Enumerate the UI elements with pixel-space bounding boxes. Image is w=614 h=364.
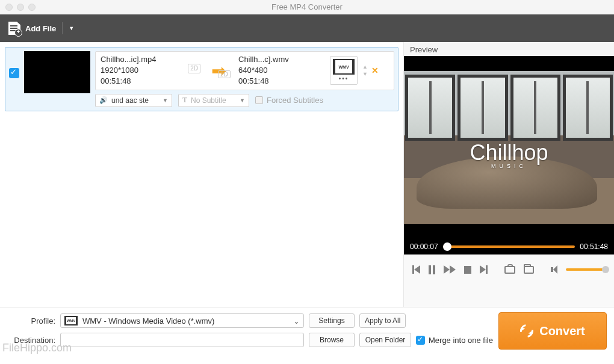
convert-button[interactable]: Convert <box>498 312 607 350</box>
pause-button[interactable] <box>429 265 435 274</box>
browse-button[interactable]: Browse <box>309 333 355 347</box>
file-list: Chillho...ic].mp4 1920*1080 00:51:48 2D … <box>0 42 403 307</box>
destination-input[interactable] <box>60 333 304 347</box>
time-duration: 00:51:48 <box>580 242 608 251</box>
seek-track[interactable] <box>443 245 575 248</box>
subtitle-icon: T <box>182 96 187 105</box>
profile-select[interactable]: WMV WMV - Windows Media Video (*.wmv) ⌄ <box>60 313 304 328</box>
convert-label: Convert <box>539 324 585 338</box>
add-file-icon <box>8 22 20 35</box>
source-duration: 00:51:48 <box>101 76 203 87</box>
speaker-icon: 🔊 <box>99 96 108 104</box>
toolbar: Add File ▼ <box>0 14 614 42</box>
seek-bar: 00:00:07 00:51:48 <box>404 239 614 254</box>
reorder-buttons: ▲ ▼ <box>362 64 368 77</box>
item-info: Chillho...ic].mp4 1920*1080 00:51:48 2D … <box>95 51 394 107</box>
separator <box>62 22 63 34</box>
title-bar: Free MP4 Converter <box>0 0 614 14</box>
chevron-down-icon: ▼ <box>163 97 168 103</box>
format-icon: WMV <box>333 59 355 75</box>
settings-button[interactable]: Settings <box>309 313 355 328</box>
chevron-down-icon: ▼ <box>240 97 245 103</box>
subtitle-select[interactable]: T No Subtitle ▼ <box>178 94 249 107</box>
seek-knob[interactable] <box>443 242 451 251</box>
dest-dimensions: 640*480 <box>238 65 323 76</box>
merge-checkbox[interactable]: Merge into one file <box>416 336 493 345</box>
format-button[interactable]: WMV ••• <box>330 56 358 85</box>
chevron-down-icon: ⌄ <box>293 316 300 325</box>
preview-header: Preview <box>404 42 614 56</box>
wmv-icon: WMV <box>64 316 78 325</box>
audio-track-value: und aac ste <box>111 96 149 105</box>
dest-filename: Chillh...c].wmv <box>238 54 323 65</box>
item-checkbox[interactable] <box>9 68 19 78</box>
profile-label: Profile: <box>7 316 55 325</box>
forced-subtitles-label: Forced Subtitles <box>267 96 323 105</box>
time-position: 00:00:07 <box>410 242 438 251</box>
fast-forward-button[interactable] <box>444 265 456 274</box>
subtitle-value: No Subtitle <box>191 96 226 105</box>
profile-value: WMV - Windows Media Video (*.wmv) <box>82 316 214 325</box>
snapshot-folder-button[interactable] <box>524 266 534 274</box>
dest-duration: 00:51:48 <box>238 76 323 87</box>
remove-item-button[interactable]: ✕ <box>371 66 379 75</box>
open-folder-button[interactable]: Open Folder <box>359 333 411 347</box>
preview-panel: Preview Chillhop MUSIC 00:00:07 00:51:48 <box>403 42 614 307</box>
audio-track-select[interactable]: 🔊 und aac ste ▼ <box>95 94 172 107</box>
main-area: Chillho...ic].mp4 1920*1080 00:51:48 2D … <box>0 42 614 307</box>
forced-subtitles-checkbox[interactable]: Forced Subtitles <box>255 96 323 105</box>
item-thumbnail[interactable] <box>24 51 90 93</box>
source-info: Chillho...ic].mp4 1920*1080 00:51:48 2D <box>101 54 203 87</box>
move-up-icon[interactable]: ▲ <box>362 64 368 70</box>
add-file-dropdown[interactable]: ▼ <box>69 25 74 31</box>
convert-icon <box>518 322 536 341</box>
snapshot-button[interactable] <box>504 266 515 274</box>
playback-controls <box>404 254 614 285</box>
next-button[interactable] <box>480 265 488 274</box>
video-frame[interactable]: Chillhop MUSIC <box>404 56 614 239</box>
video-area: Chillhop MUSIC 00:00:07 00:51:48 <box>404 56 614 254</box>
dest-2d-badge: 2D <box>218 70 231 78</box>
apply-to-all-button[interactable]: Apply to All <box>359 313 406 328</box>
add-file-label: Add File <box>25 24 56 33</box>
checkbox-icon <box>416 336 425 345</box>
add-file-button[interactable]: Add File <box>8 22 56 35</box>
merge-label: Merge into one file <box>429 336 493 345</box>
source-filename: Chillho...ic].mp4 <box>101 54 203 65</box>
prev-button[interactable] <box>412 265 420 274</box>
watermark: FileHippo.com <box>2 342 72 354</box>
volume-slider[interactable] <box>566 268 606 271</box>
item-options-row: 🔊 und aac ste ▼ T No Subtitle ▼ Forced S… <box>95 94 394 107</box>
file-item[interactable]: Chillho...ic].mp4 1920*1080 00:51:48 2D … <box>5 47 398 111</box>
window-title: Free MP4 Converter <box>0 2 614 11</box>
dest-info: Chillh...c].wmv 640*480 00:51:48 <box>238 54 323 87</box>
more-icon: ••• <box>339 75 349 82</box>
stop-button[interactable] <box>464 266 471 274</box>
checkbox-icon <box>255 96 263 104</box>
source-2d-badge: 2D <box>188 64 200 73</box>
mute-button[interactable] <box>551 265 557 274</box>
move-down-icon[interactable]: ▼ <box>362 71 368 77</box>
conversion-summary: Chillho...ic].mp4 1920*1080 00:51:48 2D … <box>95 51 394 90</box>
bottom-panel: Profile: WMV WMV - Windows Media Video (… <box>0 307 614 354</box>
video-overlay-logo: Chillhop MUSIC <box>404 140 614 169</box>
